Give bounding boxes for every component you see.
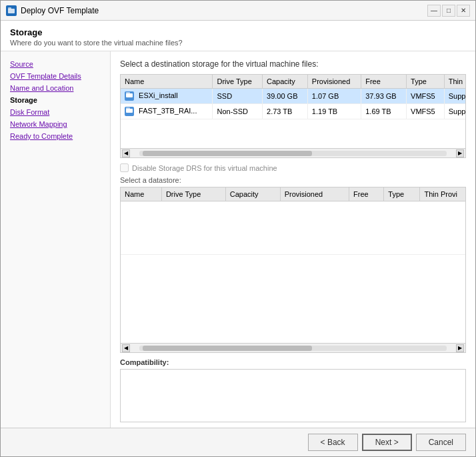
footer: < Back Next > Cancel xyxy=(1,428,475,456)
lcol-type: Type xyxy=(384,187,420,201)
storage-icon xyxy=(125,91,134,101)
hscrollbar-track xyxy=(139,151,447,156)
back-button[interactable]: < Back xyxy=(308,434,358,451)
compatibility-label: Compatibility: xyxy=(120,358,466,366)
svg-rect-3 xyxy=(126,92,130,94)
hscrollbar-thumb xyxy=(143,151,312,156)
sidebar-item-storage: Storage xyxy=(1,94,110,106)
col-free: Free xyxy=(361,75,407,89)
scroll-right-btn[interactable]: ▶ xyxy=(456,149,464,157)
close-button[interactable]: ✕ xyxy=(457,5,470,17)
compatibility-section: Compatibility: xyxy=(120,358,466,422)
table-row[interactable]: FAST_3TB_RAI... Non-SSD 2.73 TB 1.19 TB … xyxy=(121,104,465,119)
lcol-drive-type: Drive Type xyxy=(161,187,225,201)
col-provisioned: Provisioned xyxy=(307,75,361,89)
col-thin: Thin Pr xyxy=(444,75,465,89)
lower-storage-table: Name Drive Type Capacity Provisioned Fre… xyxy=(121,187,465,255)
sidebar-item-source[interactable]: Source xyxy=(1,58,110,70)
col-name: Name xyxy=(121,75,213,89)
disable-drs-label: Disable Storage DRS for this virtual mac… xyxy=(132,164,277,172)
lower-scroll-left-btn[interactable]: ◀ xyxy=(122,344,130,352)
window-icon xyxy=(6,5,17,16)
sidebar: Source OVF Template Details Name and Loc… xyxy=(1,51,111,428)
empty-row xyxy=(121,201,465,255)
table-row[interactable]: ESXi_install SSD 39.00 GB 1.07 GB 37.93 … xyxy=(121,89,465,104)
col-type: Type xyxy=(407,75,445,89)
sidebar-item-ovf[interactable]: OVF Template Details xyxy=(1,70,110,82)
main-window: Deploy OVF Template — □ ✕ Storage Where … xyxy=(0,0,476,457)
compatibility-box xyxy=(120,369,466,422)
scroll-left-btn[interactable]: ◀ xyxy=(122,149,130,157)
minimize-button[interactable]: — xyxy=(427,5,441,17)
cell-name: ESXi_install xyxy=(121,89,213,104)
page-header: Storage Where do you want to store the v… xyxy=(1,21,475,51)
cell-capacity: 39.00 GB xyxy=(263,89,308,104)
lower-table-hscrollbar[interactable]: ◀ ▶ xyxy=(121,343,465,352)
cell-drive-type: SSD xyxy=(213,89,263,104)
title-bar: Deploy OVF Template — □ ✕ xyxy=(1,1,475,21)
cell-thin: Suppo xyxy=(444,104,465,119)
cell-free: 37.93 GB xyxy=(361,89,407,104)
lcol-capacity: Capacity xyxy=(225,187,280,201)
window-controls: — □ ✕ xyxy=(427,5,470,17)
lcol-provisioned: Provisioned xyxy=(280,187,349,201)
page-title: Storage xyxy=(10,27,466,37)
lower-hscrollbar-thumb xyxy=(143,346,312,351)
svg-rect-1 xyxy=(8,7,11,9)
lower-table-container: Name Drive Type Capacity Provisioned Fre… xyxy=(120,187,466,353)
upper-storage-table: Name Drive Type Capacity Provisioned Fre… xyxy=(121,75,465,119)
upper-table-wrapper[interactable]: Name Drive Type Capacity Provisioned Fre… xyxy=(121,75,465,148)
svg-rect-0 xyxy=(8,9,15,13)
cell-drive-type: Non-SSD xyxy=(213,104,263,119)
lower-scroll-right-btn[interactable]: ▶ xyxy=(456,344,464,352)
cancel-button[interactable]: Cancel xyxy=(416,434,466,451)
next-button[interactable]: Next > xyxy=(362,434,412,451)
cell-capacity: 2.73 TB xyxy=(263,104,308,119)
cell-type: VMFS5 xyxy=(407,89,445,104)
sidebar-item-network-mapping[interactable]: Network Mapping xyxy=(1,118,110,130)
cell-provisioned: 1.19 TB xyxy=(307,104,361,119)
storage-icon xyxy=(125,107,134,116)
empty-cell xyxy=(121,201,465,255)
main-instruction: Select a destination storage for the vir… xyxy=(120,59,466,69)
cell-name: FAST_3TB_RAI... xyxy=(121,104,213,119)
upper-table-hscrollbar[interactable]: ◀ ▶ xyxy=(121,148,465,157)
cell-type: VMFS5 xyxy=(407,104,445,119)
sidebar-item-disk-format[interactable]: Disk Format xyxy=(1,106,110,118)
lower-hscrollbar-track xyxy=(139,346,447,351)
upper-table-container: Name Drive Type Capacity Provisioned Fre… xyxy=(120,74,466,158)
col-drive-type: Drive Type xyxy=(213,75,263,89)
datastore-label: Select a datastore: xyxy=(120,176,466,184)
maximize-button[interactable]: □ xyxy=(442,5,455,17)
window-title: Deploy OVF Template xyxy=(21,6,427,15)
cell-free: 1.69 TB xyxy=(361,104,407,119)
lcol-free: Free xyxy=(349,187,384,201)
main-panel: Select a destination storage for the vir… xyxy=(111,51,475,428)
sidebar-item-name-location[interactable]: Name and Location xyxy=(1,82,110,94)
cell-provisioned: 1.07 GB xyxy=(307,89,361,104)
cell-thin: Suppo xyxy=(444,89,465,104)
svg-rect-5 xyxy=(126,107,130,109)
disable-drs-row: Disable Storage DRS for this virtual mac… xyxy=(120,163,466,172)
disable-drs-checkbox[interactable] xyxy=(120,163,129,172)
page-subtitle: Where do you want to store the virtual m… xyxy=(10,39,466,47)
lcol-thin: Thin Provi xyxy=(420,187,465,201)
sidebar-item-ready[interactable]: Ready to Complete xyxy=(1,130,110,142)
lcol-name: Name xyxy=(121,187,161,201)
lower-table-wrapper[interactable]: Name Drive Type Capacity Provisioned Fre… xyxy=(121,187,465,343)
col-capacity: Capacity xyxy=(263,75,308,89)
